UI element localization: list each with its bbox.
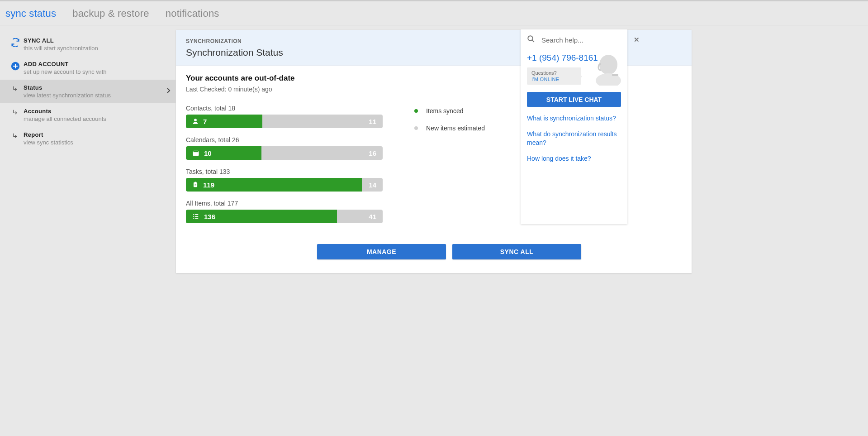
- svg-point-12: [193, 218, 194, 219]
- progress-bar: 11914: [186, 178, 383, 192]
- sync-all-button[interactable]: SYNC ALL: [452, 244, 581, 259]
- chevron-right-icon: [166, 87, 171, 96]
- bar-group-tasks: Tasks, total 13311914: [186, 168, 383, 192]
- bar-group-calendars: Calendars, total 261016: [186, 136, 383, 160]
- tab-notifications[interactable]: notifications: [166, 8, 219, 19]
- help-link-results[interactable]: What do synchronization results mean?: [527, 130, 621, 147]
- progress-bar: 1016: [186, 146, 383, 160]
- svg-point-8: [193, 214, 194, 215]
- manage-button[interactable]: MANAGE: [317, 244, 446, 259]
- svg-rect-9: [195, 214, 198, 215]
- subitem-arrow-icon: [7, 108, 24, 116]
- legend-new: New items estimated: [414, 125, 485, 132]
- sync-icon: [7, 37, 24, 47]
- progress-bar: 711: [186, 115, 383, 128]
- sidebar-item-title: Report: [24, 131, 171, 138]
- bar-label: Contacts, total 18: [186, 105, 383, 112]
- help-link-time[interactable]: How long does it take?: [527, 154, 621, 163]
- bubble-line1: Questions?: [531, 70, 577, 76]
- tab-backup-restore[interactable]: backup & restore: [72, 8, 149, 19]
- sidebar-item-title: SYNC ALL: [24, 37, 171, 44]
- sidebar-item-sub: set up new account to sync with: [24, 68, 171, 75]
- close-icon[interactable]: ✕: [634, 36, 640, 44]
- progress-bar: 13641: [186, 210, 383, 223]
- bar-new: 16: [261, 146, 383, 160]
- sidebar-item-sub: manage all connected accounts: [24, 115, 171, 122]
- bar-synced: 10: [186, 146, 261, 160]
- bar-label: All Items, total 177: [186, 200, 383, 207]
- bar-group-contacts: Contacts, total 18711: [186, 105, 383, 128]
- stats-bars: Contacts, total 18711Calendars, total 26…: [186, 105, 383, 231]
- questions-bubble: Questions? I'M ONLINE: [527, 67, 581, 85]
- sidebar-report[interactable]: Report view sync statistics: [0, 127, 176, 150]
- bubble-line2: I'M ONLINE: [531, 77, 577, 82]
- bar-label: Calendars, total 26: [186, 136, 383, 144]
- sidebar-add-account[interactable]: ADD ACCOUNT set up new account to sync w…: [0, 56, 176, 80]
- svg-point-14: [528, 36, 533, 41]
- subitem-arrow-icon: [7, 84, 24, 92]
- sidebar-item-title: Status: [24, 84, 166, 91]
- sidebar: SYNC ALL this will start synchronization…: [0, 25, 176, 435]
- dot-green-icon: [414, 109, 418, 113]
- bar-group-all-items: All Items, total 17713641: [186, 200, 383, 223]
- sidebar-sync-all[interactable]: SYNC ALL this will start synchronization: [0, 33, 176, 56]
- dot-grey-icon: [414, 126, 418, 130]
- bar-synced: 7: [186, 115, 262, 128]
- help-link-status[interactable]: What is synchronization status?: [527, 114, 621, 123]
- svg-point-15: [599, 55, 617, 75]
- legend-synced-label: Items synced: [426, 107, 463, 115]
- subitem-arrow-icon: [7, 131, 24, 139]
- svg-rect-11: [195, 216, 198, 217]
- sidebar-item-sub: view latest synchronization status: [24, 92, 166, 99]
- legend: Items synced New items estimated: [414, 105, 485, 231]
- bar-new: 14: [362, 178, 383, 192]
- svg-point-10: [193, 216, 194, 217]
- svg-rect-13: [195, 218, 198, 219]
- sidebar-item-title: Accounts: [24, 108, 171, 115]
- svg-point-1: [194, 119, 197, 121]
- search-icon: [527, 35, 535, 45]
- bar-label: Tasks, total 133: [186, 168, 383, 175]
- start-live-chat-button[interactable]: START LIVE CHAT: [527, 92, 621, 107]
- bar-synced: 119: [186, 178, 362, 192]
- plus-circle-icon: [7, 61, 24, 71]
- sidebar-accounts[interactable]: Accounts manage all connected accounts: [0, 103, 176, 127]
- tab-sync-status[interactable]: sync status: [5, 8, 56, 19]
- help-search-input[interactable]: [541, 36, 627, 44]
- svg-rect-17: [612, 74, 618, 76]
- legend-synced: Items synced: [414, 107, 485, 115]
- sidebar-item-sub: view sync statistics: [24, 139, 171, 146]
- support-avatar: [592, 51, 625, 86]
- sidebar-item-sub: this will start synchronization: [24, 45, 171, 52]
- svg-rect-3: [193, 151, 199, 152]
- top-tabs: sync status backup & restore notificatio…: [0, 1, 868, 25]
- bar-new: 41: [337, 210, 383, 223]
- svg-rect-7: [194, 182, 196, 183]
- sidebar-item-title: ADD ACCOUNT: [24, 61, 171, 67]
- help-panel: ✕ +1 (954) 796-8161 Questions? I'M ONLIN…: [521, 29, 627, 224]
- bar-synced: 136: [186, 210, 337, 223]
- bar-new: 11: [262, 115, 383, 128]
- legend-new-label: New items estimated: [426, 125, 485, 132]
- sidebar-status[interactable]: Status view latest synchronization statu…: [0, 80, 176, 103]
